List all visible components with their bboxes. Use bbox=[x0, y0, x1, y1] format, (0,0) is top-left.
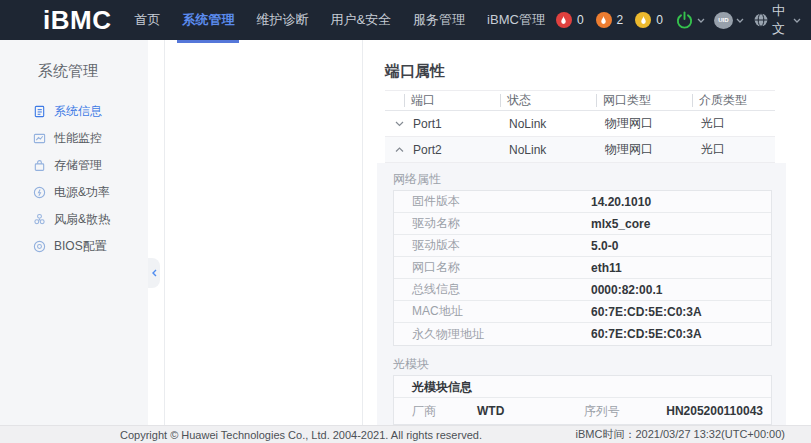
flame-icon bbox=[596, 12, 612, 28]
prop-value: 60:7E:CD:5E:C0:3A bbox=[591, 305, 702, 319]
port-type: 物理网口 bbox=[596, 141, 692, 158]
alarm-critical[interactable]: 0 bbox=[556, 12, 584, 28]
vendor-label: 厂商 bbox=[394, 403, 477, 420]
chevron-down-icon bbox=[697, 18, 705, 23]
prop-label: 总线信息 bbox=[394, 281, 591, 298]
vendor-value: WTD bbox=[477, 404, 584, 418]
alarm-major[interactable]: 2 bbox=[596, 12, 624, 28]
port-state: NoLink bbox=[500, 117, 596, 131]
optical-module-info-header: 光模块信息 bbox=[394, 376, 771, 398]
power-meter-icon bbox=[33, 186, 46, 199]
table-row: 总线信息 0000:82:00.1 bbox=[394, 279, 771, 301]
nav-user-security[interactable]: 用户&安全 bbox=[319, 0, 402, 40]
chevron-up-icon[interactable] bbox=[385, 147, 404, 153]
ports-table-header: 端口 状态 网口类型 介质类型 bbox=[385, 90, 775, 111]
nav-system-management[interactable]: 系统管理 bbox=[171, 0, 245, 40]
col-header-port: 端口 bbox=[404, 94, 500, 107]
sidebar-item-label: 风扇&散热 bbox=[54, 211, 110, 228]
col-header-port-type: 网口类型 bbox=[596, 94, 692, 107]
alarm-major-count: 2 bbox=[617, 13, 624, 27]
prop-value: eth11 bbox=[591, 261, 622, 275]
copyright-text: Copyright © Huawei Technologies Co., Ltd… bbox=[120, 429, 482, 441]
file-icon bbox=[33, 105, 46, 118]
prop-label: 驱动版本 bbox=[394, 237, 591, 254]
globe-icon bbox=[753, 12, 769, 28]
sidebar-item-fans-cooling[interactable]: 风扇&散热 bbox=[0, 206, 148, 233]
optical-module-title: 光模块 bbox=[393, 358, 786, 370]
network-props-table: 固件版本 14.20.1010 驱动名称 mlx5_core 驱动版本 5.0-… bbox=[393, 190, 772, 346]
serial-label: 序列号 bbox=[584, 403, 666, 420]
uid-indicator-menu[interactable]: UID bbox=[714, 12, 744, 29]
alarm-critical-count: 0 bbox=[577, 13, 584, 27]
prop-value: 0000:82:00.1 bbox=[591, 283, 662, 297]
chevron-down-icon[interactable] bbox=[385, 121, 404, 127]
sidebar-collapse-toggle[interactable] bbox=[148, 258, 160, 288]
network-props-title: 网络属性 bbox=[393, 173, 786, 185]
language-label: 中文 bbox=[772, 2, 790, 38]
port-type: 物理网口 bbox=[596, 115, 692, 132]
table-row: 网口名称 eth11 bbox=[394, 257, 771, 279]
page-title: 端口属性 bbox=[385, 62, 788, 81]
prop-label: 驱动名称 bbox=[394, 215, 591, 232]
table-row: 驱动名称 mlx5_core bbox=[394, 213, 771, 235]
table-row: 固件版本 14.20.1010 bbox=[394, 191, 771, 213]
power-icon bbox=[675, 11, 694, 30]
nav-ibmc-management[interactable]: iBMC管理 bbox=[476, 0, 556, 40]
bios-gear-icon bbox=[33, 240, 46, 253]
sidebar-item-label: 系统信息 bbox=[54, 103, 102, 120]
panel-divider bbox=[164, 40, 165, 425]
sidebar-item-label: 性能监控 bbox=[54, 130, 102, 147]
prop-label: 网口名称 bbox=[394, 259, 591, 276]
sidebar-item-system-info[interactable]: 系统信息 bbox=[0, 98, 148, 125]
prop-value: 60:7E:CD:5E:C0:3A bbox=[591, 327, 702, 341]
table-row: MAC地址 60:7E:CD:5E:C0:3A bbox=[394, 301, 771, 323]
table-row-port1[interactable]: Port1 NoLink 物理网口 光口 bbox=[385, 111, 775, 137]
uid-indicator-icon: UID bbox=[714, 12, 733, 29]
port-name: Port2 bbox=[404, 143, 500, 157]
footer: Copyright © Huawei Technologies Co., Ltd… bbox=[0, 425, 811, 443]
table-row: 永久物理地址 60:7E:CD:5E:C0:3A bbox=[394, 323, 771, 345]
topbar-right: 0 2 0 bbox=[556, 2, 811, 38]
port-media: 光口 bbox=[692, 115, 775, 132]
table-row-port2[interactable]: Port2 NoLink 物理网口 光口 bbox=[385, 137, 775, 163]
port-media: 光口 bbox=[692, 141, 775, 158]
table-row: 驱动版本 5.0-0 bbox=[394, 235, 771, 257]
nav-maintenance-diagnosis[interactable]: 维护诊断 bbox=[245, 0, 319, 40]
prop-label: MAC地址 bbox=[394, 303, 591, 320]
chevron-down-icon bbox=[736, 18, 744, 23]
sidebar-item-performance-monitor[interactable]: 性能监控 bbox=[0, 125, 148, 152]
nav-service-management[interactable]: 服务管理 bbox=[402, 0, 476, 40]
table-row: 厂商 WTD 序列号 HN205200110043 bbox=[394, 398, 771, 424]
prop-label: 固件版本 bbox=[394, 193, 591, 210]
chevron-down-icon bbox=[793, 18, 801, 23]
alarm-minor[interactable]: 0 bbox=[635, 12, 663, 28]
serial-value: HN205200110043 bbox=[666, 404, 771, 418]
chart-icon bbox=[33, 132, 46, 145]
sidebar-item-label: 存储管理 bbox=[54, 157, 102, 174]
ports-table: 端口 状态 网口类型 介质类型 Port1 NoLink 物理网口 光口 Por… bbox=[385, 90, 775, 163]
sidebar-item-power[interactable]: 电源&功率 bbox=[0, 179, 148, 206]
col-header-state: 状态 bbox=[500, 94, 596, 107]
sidebar-menu: 系统信息 性能监控 存储管理 电源&功率 bbox=[0, 98, 148, 260]
ibmc-logo: iBMC bbox=[43, 0, 111, 40]
prop-value: 5.0-0 bbox=[591, 239, 618, 253]
fan-icon bbox=[33, 213, 46, 226]
sidebar-item-bios-config[interactable]: BIOS配置 bbox=[0, 233, 148, 260]
ibmc-time: iBMC时间：2021/03/27 13:32(UTC+00:00) bbox=[576, 427, 785, 442]
power-control-menu[interactable] bbox=[675, 11, 705, 30]
prop-value: mlx5_core bbox=[591, 217, 650, 231]
nav-home[interactable]: 首页 bbox=[123, 0, 171, 40]
flame-icon bbox=[635, 12, 651, 28]
ibmc-screen: iBMC 首页 系统管理 维护诊断 用户&安全 服务管理 iBMC管理 0 2 bbox=[0, 0, 811, 443]
port-name: Port1 bbox=[404, 117, 500, 131]
sidebar-title: 系统管理 bbox=[38, 62, 98, 81]
sidebar: 系统管理 系统信息 性能监控 存储管理 bbox=[0, 40, 148, 425]
col-header-media-type: 介质类型 bbox=[692, 94, 775, 107]
port2-details-panel: 网络属性 固件版本 14.20.1010 驱动名称 mlx5_core 驱动版本… bbox=[377, 163, 786, 425]
port-properties-section: 端口属性 端口 状态 网口类型 介质类型 Port1 NoLink 物理网口 光… bbox=[362, 40, 788, 425]
port-state: NoLink bbox=[500, 143, 596, 157]
alarm-minor-count: 0 bbox=[656, 13, 663, 27]
language-menu[interactable]: 中文 bbox=[753, 2, 801, 38]
sidebar-item-storage-management[interactable]: 存储管理 bbox=[0, 152, 148, 179]
top-bar: iBMC 首页 系统管理 维护诊断 用户&安全 服务管理 iBMC管理 0 2 bbox=[0, 0, 811, 40]
